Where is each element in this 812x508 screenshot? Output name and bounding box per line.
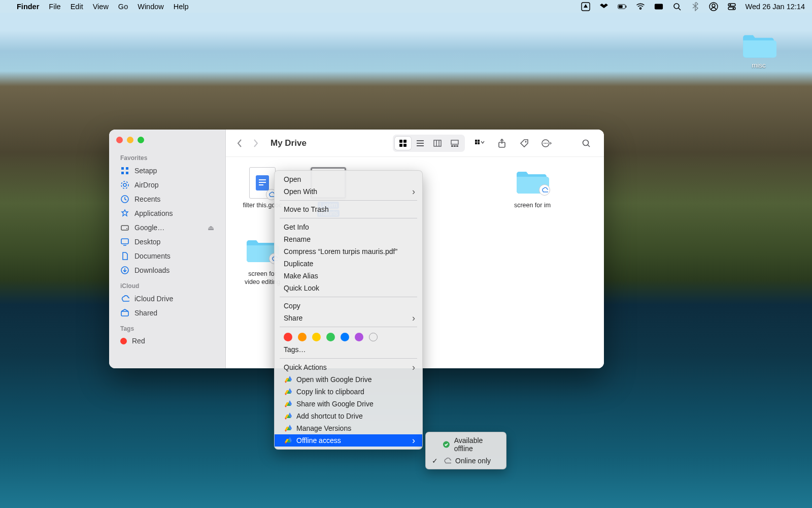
sidebar-label: AirDrop	[134, 181, 158, 189]
view-icons-button[interactable]	[395, 137, 411, 150]
menu-get-info[interactable]: Get Info	[275, 221, 422, 233]
menu-gd-open[interactable]: Open with Google Drive	[275, 373, 422, 386]
sidebar-item-applications[interactable]: Applications	[109, 206, 225, 220]
tags-button[interactable]	[517, 137, 532, 150]
svg-rect-45	[259, 179, 266, 180]
svg-point-43	[583, 140, 589, 145]
menu-gd-offline-access[interactable]: Offline access	[275, 434, 422, 447]
submenu-online-only[interactable]: ✓ Online only	[426, 455, 506, 467]
menu-share[interactable]: Share	[275, 312, 422, 324]
status-bluetooth-icon[interactable]	[691, 2, 700, 11]
status-battery-icon[interactable]	[618, 2, 627, 11]
sidebar-item-airdrop[interactable]: AirDrop	[109, 178, 225, 192]
svg-rect-32	[456, 145, 458, 147]
menu-help[interactable]: Help	[174, 3, 189, 11]
menu-move-to-trash[interactable]: Move to Trash	[275, 203, 422, 215]
menu-tags[interactable]: Tags…	[275, 343, 422, 356]
forward-button[interactable]	[252, 138, 259, 148]
sidebar-item-googledrive[interactable]: Google… ⏏	[109, 220, 225, 235]
menu-compress[interactable]: Compress “Lorem turpis mauris.pdf”	[275, 245, 422, 258]
more-button[interactable]	[539, 137, 554, 150]
status-drive-icon[interactable]	[581, 2, 590, 11]
menu-rename[interactable]: Rename	[275, 233, 422, 245]
offline-access-submenu: Available offline ✓ Online only	[425, 432, 506, 469]
status-wifi-icon[interactable]	[636, 2, 645, 11]
sidebar-label: Recents	[134, 195, 160, 203]
tag-color-dot[interactable]	[369, 333, 378, 341]
menu-tags-row	[275, 330, 422, 343]
menu-quick-actions[interactable]: Quick Actions	[275, 361, 422, 373]
submenu-available-offline[interactable]: Available offline	[426, 434, 506, 455]
back-button[interactable]	[236, 138, 243, 148]
menu-window[interactable]: Window	[138, 3, 164, 11]
view-columns-button[interactable]	[429, 137, 446, 150]
svg-rect-33	[475, 140, 477, 142]
view-gallery-button[interactable]	[447, 137, 463, 150]
tag-color-dot[interactable]	[355, 333, 363, 341]
view-mode-group	[393, 135, 465, 152]
menu-view[interactable]: View	[93, 3, 109, 11]
status-keyboard-icon[interactable]	[654, 2, 663, 11]
svg-rect-14	[121, 172, 124, 174]
tag-color-dot[interactable]	[298, 333, 307, 341]
recents-icon	[120, 195, 129, 204]
share-button[interactable]	[494, 137, 510, 150]
sidebar-item-desktop[interactable]: Desktop	[109, 235, 225, 249]
sidebar-item-iclouddrive[interactable]: iCloud Drive	[109, 292, 225, 306]
sidebar-item-downloads[interactable]: Downloads	[109, 263, 225, 277]
desktop-folder-misc[interactable]: misc	[736, 30, 782, 69]
svg-point-38	[525, 141, 527, 142]
menu-edit[interactable]: Edit	[71, 3, 83, 11]
group-by-button[interactable]	[472, 137, 487, 150]
sidebar-item-shared[interactable]: Shared	[109, 306, 225, 320]
menu-app-name[interactable]: Finder	[17, 3, 39, 11]
window-zoom-button[interactable]	[138, 137, 144, 143]
svg-point-41	[545, 143, 546, 144]
status-dropbox-icon[interactable]	[599, 2, 608, 11]
status-user-icon[interactable]	[709, 2, 718, 11]
menu-gd-versions[interactable]: Manage Versions	[275, 422, 422, 434]
menubar-clock[interactable]: Wed 26 Jan 12:14	[746, 3, 805, 11]
sidebar-item-setapp[interactable]: Setapp	[109, 164, 225, 178]
view-list-button[interactable]	[412, 137, 428, 150]
svg-rect-31	[454, 145, 456, 147]
menu-make-alias[interactable]: Make Alias	[275, 270, 422, 282]
tag-color-dot[interactable]	[341, 333, 349, 341]
file-item[interactable]: screen for im	[510, 167, 555, 217]
svg-rect-19	[121, 226, 128, 230]
svg-rect-25	[403, 140, 407, 143]
menu-go[interactable]: Go	[118, 3, 128, 11]
tag-color-dot	[120, 338, 127, 344]
sidebar-item-recents[interactable]: Recents	[109, 192, 225, 206]
sidebar-tag-red[interactable]: Red	[109, 334, 225, 347]
svg-point-42	[547, 143, 548, 144]
menu-quick-look[interactable]: Quick Look	[275, 282, 422, 294]
status-spotlight-icon[interactable]	[672, 2, 682, 11]
svg-rect-15	[126, 172, 128, 174]
menu-file[interactable]: File	[49, 3, 60, 11]
menu-open-with[interactable]: Open With	[275, 185, 422, 198]
window-close-button[interactable]	[116, 137, 123, 143]
tag-color-dot[interactable]	[284, 333, 292, 341]
menu-copy[interactable]: Copy	[275, 300, 422, 312]
folder-icon	[515, 167, 549, 195]
menu-duplicate[interactable]: Duplicate	[275, 258, 422, 270]
svg-point-5	[674, 4, 679, 9]
menu-gd-share[interactable]: Share with Google Drive	[275, 398, 422, 410]
window-title: My Drive	[270, 138, 307, 148]
sidebar-label: Shared	[134, 309, 157, 317]
menu-gd-copylink[interactable]: Copy link to clipboard	[275, 386, 422, 398]
svg-point-17	[121, 181, 128, 188]
search-button[interactable]	[579, 137, 594, 150]
sidebar-item-documents[interactable]: Documents	[109, 249, 225, 263]
applications-icon	[120, 209, 129, 218]
window-minimize-button[interactable]	[127, 137, 133, 143]
tag-color-dot[interactable]	[326, 333, 335, 341]
sidebar-label: Desktop	[134, 238, 160, 246]
status-control-center-icon[interactable]	[727, 2, 736, 11]
eject-icon[interactable]: ⏏	[208, 224, 214, 232]
menu-gd-shortcut[interactable]: Add shortcut to Drive	[275, 410, 422, 422]
menu-open[interactable]: Open	[275, 173, 422, 185]
svg-rect-36	[478, 142, 480, 144]
tag-color-dot[interactable]	[312, 333, 321, 341]
